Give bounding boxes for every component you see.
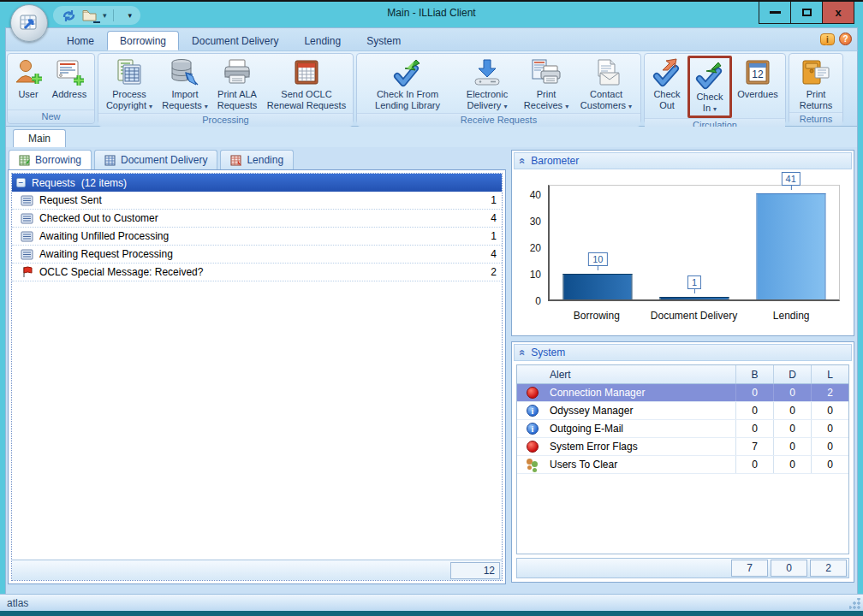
requests-footer: 12 [12, 560, 502, 580]
ribbon-tab-lending[interactable]: Lending [291, 31, 354, 50]
queue-row-checked-out-to-customer[interactable]: Checked Out to Customer 4 [12, 210, 502, 228]
oclc-calendar-icon [291, 57, 322, 88]
right-column: « Barometer 010203040 10 1 [511, 150, 854, 583]
queue-icon [21, 249, 33, 260]
system-row-system-error-flags[interactable]: System Error Flags 7 0 0 [517, 438, 848, 456]
queue-icon [21, 231, 33, 242]
process-copyright-button[interactable]: Process Copyright ▾ [101, 56, 158, 113]
bar-rect [756, 193, 825, 299]
bar-rect [659, 297, 729, 299]
users-icon [526, 459, 539, 471]
module-tabs: Borrowing Document Delivery Lending [8, 150, 506, 169]
send-oclc-renewal-requests-button[interactable]: Send OCLC Renewal Requests [263, 56, 350, 112]
about-info-icon[interactable]: i [820, 33, 835, 45]
overdues-calendar-icon: 12 [742, 57, 773, 88]
help-icon[interactable]: ? [839, 33, 852, 45]
status-text: atlas [7, 597, 28, 609]
overdues-calendar-number: 12 [752, 68, 764, 80]
system-alerts-table: Alert B D L Connection Manager 0 0 2 i [516, 364, 849, 554]
ribbon-group-new: User Address New [7, 53, 95, 124]
ribbon-tab-document-delivery[interactable]: Document Delivery [179, 31, 291, 50]
list-empty-area [12, 281, 502, 560]
maximize-button[interactable] [790, 2, 823, 24]
window-title: Main - ILLiad Client [0, 7, 863, 19]
window-controls: x [759, 2, 854, 24]
system-table-header: Alert B D L [517, 365, 848, 384]
window-bottom-edge [0, 611, 863, 616]
system-row-odyssey-manager[interactable]: i Odyssey Manager 0 0 0 [517, 402, 848, 420]
check-out-button[interactable]: Check Out [647, 56, 687, 112]
ribbon-group-processing: Process Copyright ▾ Import Requests ▾ [98, 53, 354, 124]
tab-document-delivery[interactable]: Document Delivery [94, 150, 217, 169]
error-icon [527, 441, 539, 453]
main-content: Borrowing Document Delivery Lending [5, 147, 858, 595]
barometer-header[interactable]: « Barometer [514, 152, 852, 169]
bar-rect [563, 274, 633, 299]
system-header[interactable]: « System [514, 344, 852, 361]
queue-row-request-sent[interactable]: Request Sent 1 [12, 192, 502, 210]
import-requests-button[interactable]: Import Requests ▾ [158, 56, 211, 113]
queue-row-awaiting-request-processing[interactable]: Awaiting Request Processing 4 [12, 246, 502, 264]
print-ala-requests-button[interactable]: Print ALA Requests [212, 56, 262, 112]
requests-group-header[interactable]: − Requests (12 items) [12, 174, 502, 192]
collapse-chevron-icon[interactable]: « [518, 157, 527, 163]
print-returns-button[interactable]: Print Returns [792, 56, 840, 112]
print-receives-button[interactable]: Print Receives ▾ [519, 56, 574, 113]
system-row-connection-manager[interactable]: Connection Manager 0 0 2 [517, 384, 848, 402]
ribbon-tab-borrowing[interactable]: Borrowing [107, 31, 179, 50]
import-requests-icon [169, 57, 201, 88]
app-grid-icon [18, 12, 40, 34]
check-in-lending-icon [390, 57, 425, 88]
overdues-button[interactable]: 12 Overdues [733, 56, 783, 101]
check-in-icon [693, 60, 726, 91]
system-row-outgoing-email[interactable]: i Outgoing E-Mail 0 0 0 [517, 420, 848, 438]
collapse-chevron-icon[interactable]: « [518, 349, 527, 355]
check-out-icon [651, 57, 683, 88]
total-l: 2 [810, 560, 847, 577]
queue-icon [21, 195, 33, 206]
system-totals-footer: 7 0 2 [516, 558, 849, 578]
illiad-client-window: ▾ ▾ Main - ILLiad Client x Home Borrowin… [0, 0, 863, 616]
requests-panel: Borrowing Document Delivery Lending [8, 150, 506, 584]
user-button[interactable]: User [10, 56, 46, 101]
ribbon-tab-home[interactable]: Home [54, 31, 107, 50]
ribbon-group-circulation: Check Out Check In ▾ [644, 53, 786, 124]
total-d: 0 [771, 560, 807, 577]
minimize-icon [770, 11, 781, 14]
total-b: 7 [731, 560, 768, 577]
group-label-processing: Processing [98, 113, 353, 127]
collapse-minus-icon[interactable]: − [16, 178, 26, 187]
resize-grip[interactable] [849, 598, 860, 609]
barometer-title: Barometer [531, 155, 579, 167]
dropdown-caret-icon: ▾ [713, 105, 717, 113]
system-title: System [531, 346, 565, 358]
close-icon: x [835, 6, 841, 19]
doc-tab-main[interactable]: Main [13, 129, 66, 147]
chart-plot-area: 10 1 41 [548, 185, 840, 301]
queue-row-awaiting-unfilled-processing[interactable]: Awaiting Unfilled Processing 1 [12, 228, 502, 246]
check-in-from-lending-library-button[interactable]: Check In From Lending Library [360, 56, 455, 112]
contact-customers-button[interactable]: Contact Customers ▾ [574, 56, 638, 113]
maximize-icon [802, 9, 812, 16]
print-returns-icon [800, 57, 832, 88]
tab-lending[interactable]: Lending [220, 150, 294, 169]
tab-borrowing[interactable]: Borrowing [9, 150, 92, 169]
dropdown-caret-icon: ▾ [503, 103, 507, 110]
minimize-button[interactable] [759, 2, 791, 24]
ribbon-tab-row: Home Borrowing Document Delivery Lending… [5, 27, 858, 50]
queue-row-oclc-special-message[interactable]: OCLC Special Message: Received? 2 [12, 264, 502, 281]
electronic-delivery-button[interactable]: Electronic Delivery ▾ [456, 56, 518, 113]
titlebar: ▾ ▾ Main - ILLiad Client x [0, 2, 863, 27]
close-button[interactable]: x [822, 2, 854, 24]
address-add-icon [54, 57, 85, 88]
dropdown-caret-icon: ▾ [628, 103, 632, 110]
check-in-button[interactable]: Check In ▾ [690, 58, 729, 116]
contact-customers-icon [590, 57, 622, 88]
dropdown-caret-icon: ▾ [565, 103, 568, 110]
application-menu-button[interactable] [10, 4, 48, 42]
ribbon-tab-system[interactable]: System [354, 31, 414, 50]
user-add-icon [14, 57, 43, 88]
address-button[interactable]: Address [47, 56, 92, 101]
system-row-users-to-clear[interactable]: Users To Clear 0 0 0 [517, 456, 848, 474]
document-delivery-grid-icon [104, 155, 116, 166]
